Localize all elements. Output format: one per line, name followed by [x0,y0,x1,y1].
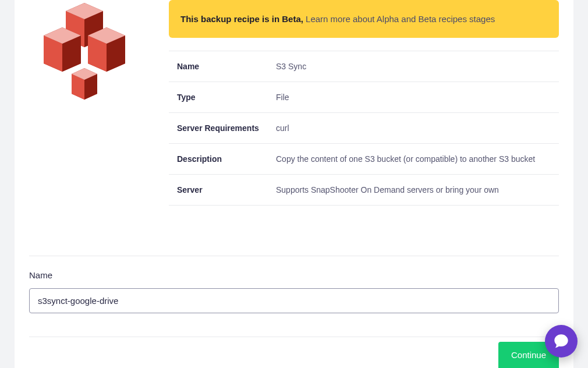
chat-launcher-button[interactable] [545,325,578,358]
recipe-logo-wrap [29,0,140,105]
info-label: Description [169,144,268,175]
info-value: File [268,82,559,113]
info-row: ServerSupports SnapShooter On Demand ser… [169,175,559,206]
name-input[interactable] [29,288,559,313]
top-row: This backup recipe is in Beta, Learn mor… [29,0,559,206]
beta-banner-link[interactable]: Learn more about Alpha and Beta recipes … [306,14,495,24]
info-value: Copy the content of one S3 bucket (or co… [268,144,559,175]
beta-banner-strong: This backup recipe is in Beta, [180,14,303,24]
section-divider [29,256,559,256]
info-value: Supports SnapShooter On Demand servers o… [268,175,559,206]
info-row: Server Requirementscurl [169,113,559,144]
info-row: TypeFile [169,82,559,113]
section-divider-2 [29,337,559,337]
name-section: Name [29,270,559,313]
recipe-card: This backup recipe is in Beta, Learn mor… [15,0,573,368]
info-row: NameS3 Sync [169,51,559,82]
name-label: Name [29,270,559,280]
info-value: curl [268,113,559,144]
s3-logo-icon [44,3,125,105]
info-value: S3 Sync [268,51,559,82]
info-row: DescriptionCopy the content of one S3 bu… [169,144,559,175]
recipe-info-table: NameS3 SyncTypeFileServer Requirementscu… [169,51,559,206]
info-label: Name [169,51,268,82]
info-label: Type [169,82,268,113]
chat-icon [553,333,569,349]
beta-banner: This backup recipe is in Beta, Learn mor… [169,0,559,38]
info-label: Server Requirements [169,113,268,144]
info-label: Server [169,175,268,206]
recipe-right-col: This backup recipe is in Beta, Learn mor… [169,0,559,206]
